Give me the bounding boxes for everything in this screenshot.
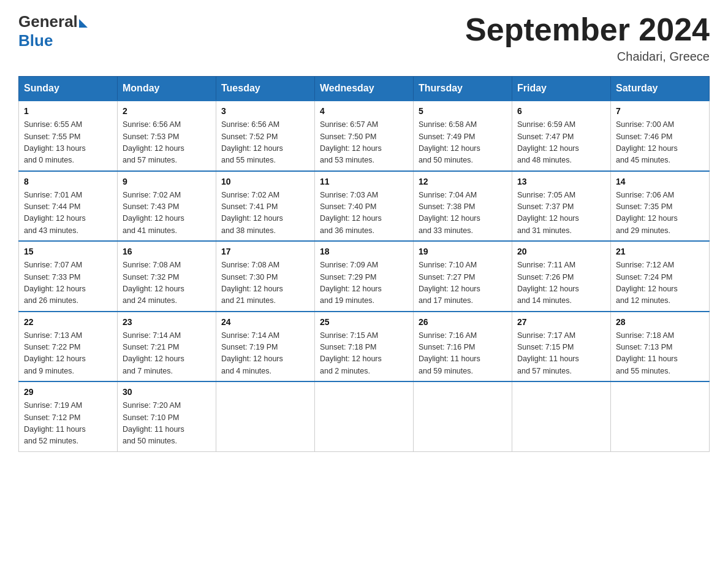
day-number: 29 — [24, 386, 112, 399]
day-info: Sunrise: 7:14 AMSunset: 7:21 PMDaylight:… — [123, 331, 184, 375]
day-number: 17 — [221, 245, 309, 258]
day-info: Sunrise: 7:15 AMSunset: 7:18 PMDaylight:… — [320, 331, 382, 375]
day-info: Sunrise: 7:12 AMSunset: 7:24 PMDaylight:… — [616, 261, 678, 305]
table-row — [611, 381, 710, 451]
day-number: 9 — [123, 175, 211, 188]
day-info: Sunrise: 7:09 AMSunset: 7:29 PMDaylight:… — [320, 261, 382, 305]
table-row: 1Sunrise: 6:55 AMSunset: 7:55 PMDaylight… — [19, 101, 118, 171]
day-info: Sunrise: 7:17 AMSunset: 7:15 PMDaylight:… — [517, 331, 579, 375]
day-info: Sunrise: 7:20 AMSunset: 7:10 PMDaylight:… — [123, 401, 184, 445]
day-number: 15 — [24, 245, 112, 258]
table-row: 21Sunrise: 7:12 AMSunset: 7:24 PMDayligh… — [611, 241, 710, 312]
table-row — [216, 381, 315, 451]
day-number: 10 — [221, 175, 309, 188]
day-number: 11 — [320, 175, 408, 188]
day-info: Sunrise: 7:00 AMSunset: 7:46 PMDaylight:… — [616, 120, 678, 164]
day-number: 2 — [123, 105, 211, 118]
calendar-week-row: 29Sunrise: 7:19 AMSunset: 7:12 PMDayligh… — [19, 381, 710, 451]
table-row: 20Sunrise: 7:11 AMSunset: 7:26 PMDayligh… — [512, 241, 611, 312]
table-row: 7Sunrise: 7:00 AMSunset: 7:46 PMDaylight… — [611, 101, 710, 171]
table-row: 17Sunrise: 7:08 AMSunset: 7:30 PMDayligh… — [216, 241, 315, 312]
day-number: 5 — [419, 105, 507, 118]
table-row: 9Sunrise: 7:02 AMSunset: 7:43 PMDaylight… — [118, 171, 216, 242]
day-number: 6 — [517, 105, 605, 118]
table-row: 15Sunrise: 7:07 AMSunset: 7:33 PMDayligh… — [19, 241, 118, 312]
day-headers-row: Sunday Monday Tuesday Wednesday Thursday… — [19, 77, 710, 101]
day-info: Sunrise: 7:10 AMSunset: 7:27 PMDaylight:… — [419, 261, 480, 305]
day-info: Sunrise: 6:59 AMSunset: 7:47 PMDaylight:… — [517, 120, 579, 164]
logo-general-text: General — [18, 12, 78, 31]
table-row: 28Sunrise: 7:18 AMSunset: 7:13 PMDayligh… — [611, 312, 710, 382]
day-number: 13 — [517, 175, 605, 188]
table-row: 4Sunrise: 6:57 AMSunset: 7:50 PMDaylight… — [315, 101, 414, 171]
day-number: 1 — [24, 105, 112, 118]
table-row: 8Sunrise: 7:01 AMSunset: 7:44 PMDaylight… — [19, 171, 118, 242]
day-number: 28 — [616, 316, 704, 329]
day-number: 25 — [320, 316, 408, 329]
table-row — [414, 381, 512, 451]
day-info: Sunrise: 7:18 AMSunset: 7:13 PMDaylight:… — [616, 331, 678, 375]
day-number: 27 — [517, 316, 605, 329]
table-row — [315, 381, 414, 451]
day-info: Sunrise: 7:14 AMSunset: 7:19 PMDaylight:… — [221, 331, 283, 375]
header-wednesday: Wednesday — [315, 77, 414, 101]
day-info: Sunrise: 7:08 AMSunset: 7:32 PMDaylight:… — [123, 261, 184, 305]
table-row: 19Sunrise: 7:10 AMSunset: 7:27 PMDayligh… — [414, 241, 512, 312]
day-info: Sunrise: 7:01 AMSunset: 7:44 PMDaylight:… — [24, 191, 86, 235]
header-friday: Friday — [512, 77, 611, 101]
day-number: 8 — [24, 175, 112, 188]
table-row: 2Sunrise: 6:56 AMSunset: 7:53 PMDaylight… — [118, 101, 216, 171]
calendar-week-row: 22Sunrise: 7:13 AMSunset: 7:22 PMDayligh… — [19, 312, 710, 382]
table-row: 5Sunrise: 6:58 AMSunset: 7:49 PMDaylight… — [414, 101, 512, 171]
logo-blue-part — [78, 17, 88, 28]
day-number: 3 — [221, 105, 309, 118]
header-monday: Monday — [118, 77, 216, 101]
table-row — [512, 381, 611, 451]
day-number: 18 — [320, 245, 408, 258]
calendar-week-row: 8Sunrise: 7:01 AMSunset: 7:44 PMDaylight… — [19, 171, 710, 242]
location: Chaidari, Greece — [465, 50, 710, 64]
day-number: 23 — [123, 316, 211, 329]
day-info: Sunrise: 7:08 AMSunset: 7:30 PMDaylight:… — [221, 261, 283, 305]
day-number: 24 — [221, 316, 309, 329]
day-number: 12 — [419, 175, 507, 188]
day-info: Sunrise: 7:03 AMSunset: 7:40 PMDaylight:… — [320, 191, 382, 235]
table-row: 11Sunrise: 7:03 AMSunset: 7:40 PMDayligh… — [315, 171, 414, 242]
table-row: 23Sunrise: 7:14 AMSunset: 7:21 PMDayligh… — [118, 312, 216, 382]
day-number: 4 — [320, 105, 408, 118]
day-number: 20 — [517, 245, 605, 258]
table-row: 16Sunrise: 7:08 AMSunset: 7:32 PMDayligh… — [118, 241, 216, 312]
day-info: Sunrise: 6:57 AMSunset: 7:50 PMDaylight:… — [320, 120, 382, 164]
day-info: Sunrise: 7:06 AMSunset: 7:35 PMDaylight:… — [616, 191, 678, 235]
day-info: Sunrise: 7:11 AMSunset: 7:26 PMDaylight:… — [517, 261, 579, 305]
table-row: 25Sunrise: 7:15 AMSunset: 7:18 PMDayligh… — [315, 312, 414, 382]
title-block: September 2024 Chaidari, Greece — [465, 12, 710, 64]
day-info: Sunrise: 7:02 AMSunset: 7:41 PMDaylight:… — [221, 191, 283, 235]
page-header: General Blue September 2024 Chaidari, Gr… — [18, 12, 710, 64]
day-info: Sunrise: 7:13 AMSunset: 7:22 PMDaylight:… — [24, 331, 86, 375]
table-row: 3Sunrise: 6:56 AMSunset: 7:52 PMDaylight… — [216, 101, 315, 171]
day-number: 19 — [419, 245, 507, 258]
logo-arrow-icon — [79, 19, 88, 28]
day-info: Sunrise: 7:16 AMSunset: 7:16 PMDaylight:… — [419, 331, 480, 375]
day-info: Sunrise: 7:05 AMSunset: 7:37 PMDaylight:… — [517, 191, 579, 235]
calendar-week-row: 1Sunrise: 6:55 AMSunset: 7:55 PMDaylight… — [19, 101, 710, 171]
table-row: 12Sunrise: 7:04 AMSunset: 7:38 PMDayligh… — [414, 171, 512, 242]
header-tuesday: Tuesday — [216, 77, 315, 101]
day-number: 16 — [123, 245, 211, 258]
logo-blue-text: Blue — [18, 31, 53, 50]
day-number: 21 — [616, 245, 704, 258]
calendar-table: Sunday Monday Tuesday Wednesday Thursday… — [18, 76, 710, 452]
table-row: 6Sunrise: 6:59 AMSunset: 7:47 PMDaylight… — [512, 101, 611, 171]
table-row: 18Sunrise: 7:09 AMSunset: 7:29 PMDayligh… — [315, 241, 414, 312]
day-info: Sunrise: 7:04 AMSunset: 7:38 PMDaylight:… — [419, 191, 480, 235]
day-number: 30 — [123, 386, 211, 399]
table-row: 26Sunrise: 7:16 AMSunset: 7:16 PMDayligh… — [414, 312, 512, 382]
table-row: 27Sunrise: 7:17 AMSunset: 7:15 PMDayligh… — [512, 312, 611, 382]
header-sunday: Sunday — [19, 77, 118, 101]
logo: General Blue — [18, 12, 88, 50]
table-row: 10Sunrise: 7:02 AMSunset: 7:41 PMDayligh… — [216, 171, 315, 242]
table-row: 13Sunrise: 7:05 AMSunset: 7:37 PMDayligh… — [512, 171, 611, 242]
day-info: Sunrise: 7:02 AMSunset: 7:43 PMDaylight:… — [123, 191, 184, 235]
month-title: September 2024 — [465, 12, 710, 47]
